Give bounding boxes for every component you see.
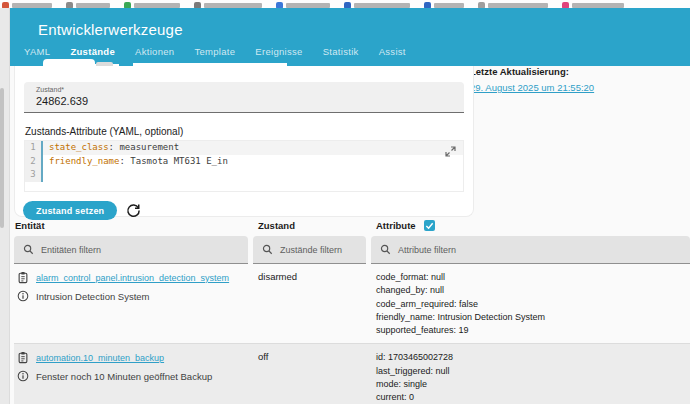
bookmark-item[interactable] — [66, 0, 110, 8]
bookmark-item[interactable] — [478, 0, 548, 8]
attribute-line: changed_by: null — [376, 284, 690, 297]
attribute-line: code_format: null — [376, 271, 690, 284]
table-row: alarm_control_panel.intrusion_detection_… — [14, 264, 690, 344]
bookmarks-bar — [0, 0, 690, 8]
column-header-entity: Entität — [14, 220, 248, 231]
code-text: state_class: measurement — [41, 141, 179, 155]
code-text: friendly_name: Tasmota MT631 E_in — [41, 155, 228, 169]
entity-friendly-name: Intrusion Detection System — [36, 291, 150, 302]
search-icon — [380, 244, 391, 255]
app-header: Entwicklerwerkzeuge YAMLZuständeAktionen… — [10, 8, 690, 66]
attribute-line: id: 1703465002728 — [376, 351, 690, 364]
form-actions: Zustand setzen — [23, 201, 141, 220]
attribute-line: last_triggered: null — [376, 365, 690, 378]
tab-ereignisse[interactable]: Ereignisse — [245, 42, 312, 63]
state-input[interactable]: Zustand* 24862.639 — [24, 82, 464, 113]
bookmark-item[interactable] — [194, 0, 262, 8]
line-number: 1 — [25, 141, 41, 155]
developer-tools-page: Entwicklerwerkzeuge YAMLZuständeAktionen… — [10, 8, 690, 404]
attribute-line: supported_features: 19 — [376, 324, 690, 337]
scrollbar-thumb[interactable] — [0, 88, 4, 228]
attribute-filter-input[interactable]: Attribute filtern — [371, 236, 690, 264]
last-updated-block: Letzte Aktualisierung: 29. August 2025 u… — [470, 66, 685, 95]
attribute-line: current: 0 — [376, 391, 690, 404]
entity-info-icon[interactable] — [17, 290, 29, 302]
copy-entity-id-icon[interactable] — [17, 351, 29, 364]
yaml-editor[interactable]: 1 state_class: measurement2 friendly_nam… — [24, 140, 464, 192]
state-input-value: 24862.639 — [36, 95, 464, 107]
bookmark-item[interactable] — [2, 0, 52, 8]
bookmark-item[interactable] — [124, 0, 180, 8]
state-cell: off — [253, 344, 366, 404]
refresh-icon[interactable] — [126, 203, 141, 218]
attribute-line: friendly_name: Intrusion Detection Syste… — [376, 311, 690, 324]
editor-line: 3 — [25, 168, 463, 182]
attributes-checkbox[interactable] — [424, 220, 435, 231]
search-icon — [262, 244, 273, 255]
bookmark-item[interactable] — [562, 0, 624, 8]
entity-friendly-name: Fenster noch 10 Minuten geöffnet Backup — [36, 371, 212, 382]
copy-entity-id-icon[interactable] — [17, 271, 29, 284]
table-header-row: Entität Zustand Attribute — [14, 220, 690, 236]
table-filter-row: Entitäten filtern Zustände filtern Attri… — [14, 236, 690, 264]
state-cell: disarmed — [253, 264, 366, 343]
search-icon — [23, 244, 34, 255]
states-table: Entität Zustand Attribute Entitäten filt… — [14, 220, 690, 404]
page-title: Entwicklerwerkzeuge — [38, 21, 183, 38]
set-state-card: Zustand* 24862.639 Zustands-Attribute (Y… — [14, 66, 474, 217]
entity-filter-input[interactable]: Entitäten filtern — [14, 236, 248, 264]
code-text — [41, 168, 49, 182]
editor-line: 2 friendly_name: Tasmota MT631 E_in — [25, 155, 463, 169]
attributes-section-label: Zustands-Attribute (YAML, optional) — [25, 126, 183, 137]
column-header-state: Zustand — [253, 220, 366, 231]
expand-editor-icon[interactable] — [444, 145, 457, 158]
line-number: 3 — [25, 168, 41, 182]
table-row: automation.10_minuten_backup Fenster noc… — [14, 344, 690, 404]
last-updated-label: Letzte Aktualisierung: — [470, 66, 685, 77]
entity-id-link[interactable]: automation.10_minuten_backup — [36, 353, 164, 363]
set-state-button[interactable]: Zustand setzen — [23, 201, 117, 220]
window-left-gutter — [0, 8, 10, 404]
tab-template[interactable]: Template — [184, 42, 245, 63]
last-updated-link[interactable]: 29. August 2025 um 21:55:20 — [470, 82, 594, 93]
editor-lines: 1 state_class: measurement2 friendly_nam… — [25, 141, 463, 182]
tab-assist[interactable]: Assist — [369, 42, 416, 63]
attribute-line: code_arm_required: false — [376, 298, 690, 311]
attributes-cell: code_format: nullchanged_by: nullcode_ar… — [371, 264, 690, 343]
column-header-attributes: Attribute — [371, 220, 690, 231]
entity-id-link[interactable]: alarm_control_panel.intrusion_detection_… — [36, 273, 229, 283]
line-number: 2 — [25, 155, 41, 169]
entity-cell: automation.10_minuten_backup Fenster noc… — [14, 344, 248, 404]
tab-aktionen[interactable]: Aktionen — [125, 42, 184, 63]
bookmark-item[interactable] — [424, 0, 464, 8]
bookmark-item[interactable] — [276, 0, 330, 8]
state-input-label: Zustand* — [36, 86, 464, 93]
table-body: alarm_control_panel.intrusion_detection_… — [14, 264, 690, 404]
attributes-cell: id: 1703465002728last_triggered: nullmod… — [371, 344, 690, 404]
entity-cell: alarm_control_panel.intrusion_detection_… — [14, 264, 248, 343]
entity-info-icon[interactable] — [17, 370, 29, 382]
editor-line: 1 state_class: measurement — [25, 141, 463, 155]
state-filter-input[interactable]: Zustände filtern — [253, 236, 366, 264]
attribute-line: mode: single — [376, 378, 690, 391]
bookmark-item[interactable] — [344, 0, 410, 8]
tab-statistik[interactable]: Statistik — [313, 42, 369, 63]
